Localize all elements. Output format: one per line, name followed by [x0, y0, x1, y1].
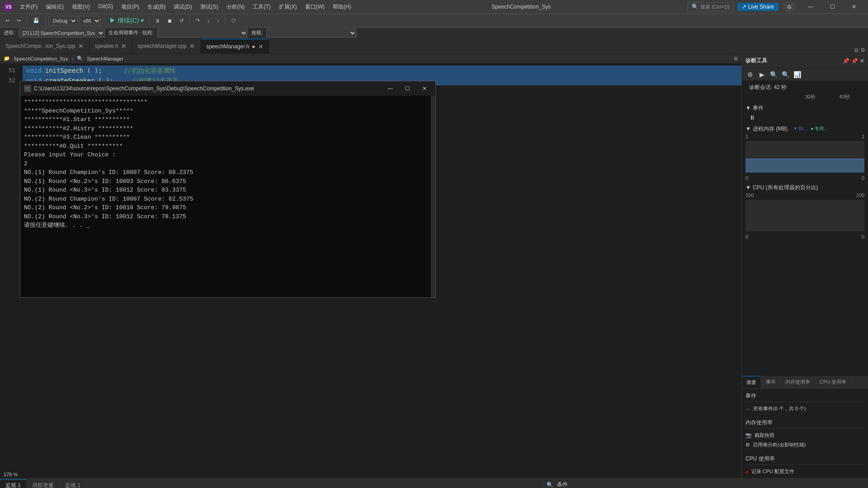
- events-all-item[interactable]: → 所有事件(0 个，共 0 个): [745, 404, 864, 413]
- bottom-right-panel: 🔍 条件 ▶ C++ Exceptions ▶ Common Language …: [542, 479, 868, 488]
- user-avatar[interactable]: G: [782, 1, 797, 12]
- menu-extensions[interactable]: 扩展(X): [275, 2, 301, 12]
- kw-void-31: void: [26, 66, 42, 75]
- thread-dropdown[interactable]: [157, 28, 248, 38]
- toolbar-step-into[interactable]: ↓: [204, 17, 212, 24]
- diag-tab-memory[interactable]: 内存使用率: [781, 376, 815, 388]
- menu-tools[interactable]: 工具(T): [249, 2, 274, 12]
- cpu-section-header[interactable]: ▼ CPU (所有处理器的百分比): [742, 183, 868, 192]
- toolbar-save-all[interactable]: 💾: [30, 17, 42, 24]
- heap-btn[interactable]: ⚙ 启用堆分析(会影响性能): [745, 440, 864, 450]
- breadcrumb-sep1: ›: [71, 56, 73, 61]
- close-button[interactable]: ✕: [844, 0, 864, 14]
- menu-file[interactable]: 文件(F): [16, 2, 41, 12]
- menu-debug[interactable]: 调试(D): [170, 2, 196, 12]
- split-editor-icon[interactable]: ⧉: [854, 47, 859, 53]
- toolbar-redo[interactable]: ↪: [14, 17, 24, 24]
- snapshot-btn[interactable]: 📷 截取快照: [745, 431, 864, 440]
- breadcrumb-class[interactable]: SpeechManager: [87, 56, 123, 61]
- diag-title: 诊断工具: [745, 57, 841, 65]
- tab-3[interactable]: speechManager.h ● ✕: [201, 39, 269, 53]
- diag-pin-icon[interactable]: 📌: [843, 58, 849, 64]
- tab-settings-icon[interactable]: ⚙: [860, 47, 865, 53]
- console-scrollbar[interactable]: [431, 96, 435, 297]
- events-section-header[interactable]: ▼ 事件: [742, 103, 868, 113]
- diag-tab-cpu[interactable]: CPU 使用率: [815, 376, 851, 388]
- bottom-tab-watch1[interactable]: 监视 1: [0, 479, 27, 488]
- breadcrumb-project[interactable]: SpeechCompetition_Sys: [14, 56, 68, 61]
- menu-edit[interactable]: 编辑(E): [42, 2, 67, 12]
- menu-window[interactable]: 窗口(W): [302, 2, 328, 12]
- diag-close-icon[interactable]: ✕: [860, 58, 864, 64]
- stack-dropdown[interactable]: [266, 28, 357, 38]
- toolbar-pause[interactable]: ⏸: [152, 17, 163, 24]
- toolbar-stop[interactable]: ⏹: [165, 17, 175, 24]
- tab-3-close[interactable]: ✕: [258, 43, 264, 50]
- stack-label: 推栈:: [251, 29, 263, 36]
- diag-chart-icon[interactable]: 📊: [793, 70, 802, 79]
- console-minimize[interactable]: —: [383, 84, 397, 94]
- toolbar-sep5: [189, 17, 190, 25]
- cpu-record-btn[interactable]: ● 记录 CPU 配置文件: [745, 467, 864, 476]
- tab-2[interactable]: speechManager.cpp ✕: [132, 39, 201, 53]
- tab-1[interactable]: speaker.h ✕: [90, 39, 132, 53]
- diagnostics-panel: 诊断工具 📌 📌 ✕ ⚙ ▶ 🔍 🔍 📊 诊断会话: 42 秒 30秒 40秒: [741, 54, 868, 478]
- memory-chart: [742, 139, 868, 175]
- continue-button[interactable]: ▶ 继续(C) ▾: [108, 17, 146, 25]
- debug-mode-dropdown[interactable]: Debug: [49, 16, 77, 26]
- menu-test[interactable]: 测试(S): [197, 2, 222, 12]
- search-box[interactable]: 🔍 搜索 (Ctrl+Q): [688, 2, 733, 12]
- bottom-tab-watch2[interactable]: 监视 1: [60, 479, 86, 488]
- live-share-icon: ↗: [742, 4, 746, 10]
- console-maximize[interactable]: ☐: [400, 84, 415, 94]
- events-pause: ⏸: [742, 113, 868, 122]
- toolbar-undo[interactable]: ↩: [3, 17, 12, 24]
- tab-2-close[interactable]: ✕: [189, 43, 195, 49]
- console-window: C C:\Users\13234\source\repos\SpeechComp…: [20, 81, 436, 298]
- live-share-button[interactable]: ↗ Live Share: [737, 3, 778, 11]
- memory-fast-label: ▼ 快...: [793, 126, 807, 132]
- timeline-40s: 40秒: [839, 94, 849, 100]
- process-label: 进程:: [4, 29, 15, 36]
- platform-dropdown[interactable]: x86: [79, 16, 101, 26]
- tab-1-close[interactable]: ✕: [121, 43, 127, 49]
- menu-analyze[interactable]: 分析(N): [223, 2, 249, 12]
- menu-view[interactable]: 视图(V): [68, 2, 94, 12]
- diag-tab-summary[interactable]: 摘要: [742, 376, 761, 388]
- menu-bar: 文件(F) 编辑(E) 视图(V) Git(G) 项目(P) 生成(B) 调试(…: [16, 2, 355, 12]
- events-arrow-icon: →: [745, 406, 750, 412]
- heap-icon: ⚙: [745, 442, 750, 448]
- zoom-indicator[interactable]: 176 %: [0, 471, 21, 478]
- menu-help[interactable]: 帮助(H): [329, 2, 355, 12]
- tab-0-close[interactable]: ✕: [78, 43, 84, 49]
- bottom-tab-locals[interactable]: 局部变量: [27, 479, 60, 488]
- toolbar-breakpoints[interactable]: ⬡: [229, 17, 239, 24]
- exceptions-search-icon[interactable]: 🔍: [547, 482, 553, 488]
- tab-0[interactable]: SpeechCompe...ion_Sys.cpp ✕: [0, 39, 90, 53]
- console-close[interactable]: ✕: [417, 84, 432, 94]
- diag-settings-icon[interactable]: ⚙: [745, 70, 755, 79]
- maximize-button[interactable]: ☐: [822, 0, 843, 14]
- toolbar-step-out[interactable]: ↑: [214, 17, 222, 24]
- diag-zoom-icon[interactable]: 🔍: [781, 70, 790, 79]
- diag-tab-events[interactable]: 事件: [761, 376, 781, 388]
- memory-section-header[interactable]: ▼ 进程内存 (MB) ▼ 快... ● 专用...: [742, 124, 868, 134]
- menu-project[interactable]: 项目(P): [118, 2, 143, 12]
- breadcrumb-icon: 📁: [4, 56, 10, 61]
- diag-search-icon[interactable]: 🔍: [769, 70, 778, 79]
- minimize-button[interactable]: —: [800, 0, 821, 14]
- toolbar-step-over[interactable]: ↷: [193, 17, 203, 24]
- menu-build[interactable]: 生成(B): [144, 2, 169, 12]
- cpu-label: CPU (所有处理器的百分比): [753, 184, 818, 192]
- diag-pin-icon2[interactable]: 📌: [851, 58, 858, 64]
- menu-git[interactable]: Git(G): [94, 2, 117, 12]
- editor-collapse-icon[interactable]: ⊞: [734, 56, 738, 61]
- pause-icon[interactable]: ⏸: [749, 114, 755, 121]
- diag-play-icon[interactable]: ▶: [757, 70, 766, 79]
- process-dropdown[interactable]: [21112] SpeechCompetition_Sys: [19, 28, 105, 38]
- console-line: ***********#3.Clean **********: [24, 133, 432, 142]
- diag-header: 诊断工具 📌 📌 ✕: [742, 54, 868, 68]
- cpu-chart: [742, 198, 868, 234]
- toolbar-restart[interactable]: ↺: [177, 17, 186, 24]
- console-line: NO.(2) Round <No.2>'s ID: 10010 Score: 7…: [24, 203, 432, 212]
